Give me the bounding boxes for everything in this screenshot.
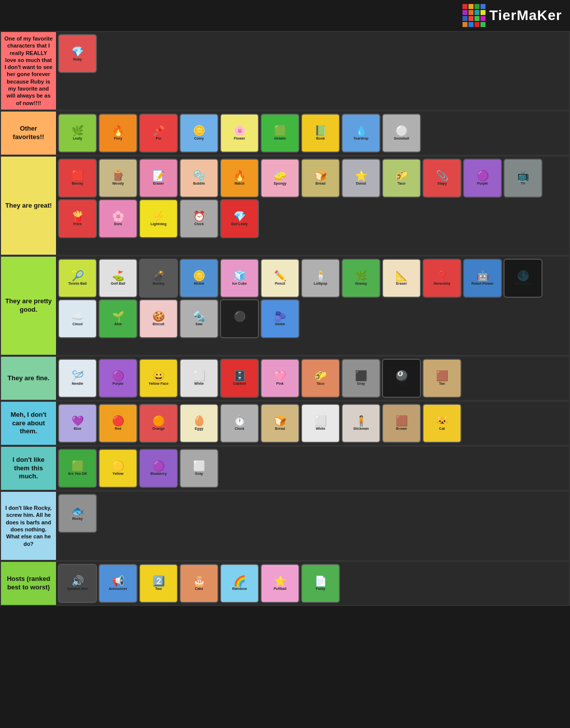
item-black-hole: 🌑Black Hole	[504, 259, 542, 298]
item-white2: ⬜White	[301, 404, 340, 443]
item-bread2: 🍞Bread	[260, 404, 300, 443]
item-bomby: 💣Bomby	[139, 259, 178, 298]
item-grassy: 🌿Grassy	[342, 259, 380, 298]
item-coiny: 🪙Coiny	[180, 114, 218, 153]
item-bread: 🍞Bread	[301, 159, 340, 198]
item-book: 📗Book	[301, 114, 340, 153]
item-aloe: 🌱Aloe	[98, 299, 138, 338]
item-purple2: 🟣Purple	[98, 359, 138, 398]
item-ice-cube: 🧊Ice Cube	[220, 259, 259, 298]
tier-items-a: 🌿Leafy 🔥Firey 📌Pin 🪙Coiny 🌸Flower 🟩Gelat…	[56, 112, 569, 155]
tier-label-a: Other favorites!!	[1, 112, 56, 155]
item-teardrop: 💧Teardrop	[342, 114, 380, 153]
item-ruby: 💎 Ruby	[58, 34, 97, 73]
item-puffball: ⭐Puffball	[260, 564, 300, 603]
item-blueberry2: 🟣Blueberry	[139, 449, 178, 488]
item-cake-host: 🎂Cake	[180, 564, 218, 603]
tier-items-s: 💎 Ruby	[56, 32, 569, 110]
tier-row-c: They are pretty good. 🎾Tennis Ball ⛳Golf…	[0, 256, 570, 356]
item-nickel: 🪙Nickel	[180, 259, 218, 298]
tier-label-d: They are fine.	[1, 357, 56, 400]
header: TiERMaKER	[0, 0, 570, 31]
tier-items-hosts: 🔊Speaker Box 📢Announcer 2️⃣Two 🎂Cake 🌈Ra…	[56, 562, 569, 605]
item-lightning: ⚡Lightning	[139, 199, 178, 238]
tier-row-g: I don't like Rocky, screw him. All he do…	[0, 491, 570, 561]
item-clock: ⏰Clock	[180, 199, 218, 238]
page-wrapper: TiERMaKER One of my favorite characters …	[0, 0, 570, 606]
tier-row-b: They are great! 🟥Blocky 🪵Woody 📝Eraser 🫧…	[0, 156, 570, 256]
item-ruby2: 💎Evil Leafy	[220, 199, 259, 238]
item-dora: 🌸Dora	[98, 199, 138, 238]
item-brown: 🟫Brown	[382, 404, 421, 443]
item-stickman2: 🧍Stickman	[342, 404, 380, 443]
tier-label-b: They are great!	[1, 157, 56, 255]
item-snowball: ⚪Snowball	[382, 114, 421, 153]
item-pink-char: 🩷Pink	[260, 359, 300, 398]
item-yellow-face: 😀Yellow Face	[139, 359, 178, 398]
item-purple-char: 🟣Purple	[463, 159, 502, 198]
tier-row-hosts: Hosts (ranked best to worst) 🔊Speaker Bo…	[0, 561, 570, 606]
item-bubble: 🫧Bubble	[180, 159, 218, 198]
tier-items-f: 🟩Are You OK 🟡Yellow 🟣Blueberry ⬜Gray	[56, 447, 569, 490]
tier-row-s: One of my favorite characters that I rea…	[0, 31, 570, 111]
item-rocky: 🐟Rocky	[58, 494, 97, 533]
item-areyouokay: 🟩Are You OK	[58, 449, 97, 488]
tier-label-hosts: Hosts (ranked best to worst)	[1, 562, 56, 605]
logo-text: TiERMaKER	[490, 8, 562, 24]
item-tv: 📺TV	[504, 159, 542, 198]
item-blackball: ⚫Black Ball	[220, 299, 259, 338]
item-nonexisty: ❓Nonexisty	[422, 259, 462, 298]
item-robot-flower: 🤖Robot Flower	[463, 259, 502, 298]
item-taco2: 🌮Taco	[301, 359, 340, 398]
tier-label-f: I don't like them this much.	[1, 447, 56, 490]
item-eraser2: 📐Eraser	[382, 259, 421, 298]
item-white-char: ⬜White	[180, 359, 218, 398]
item-biscuit: 🍪Biscuit	[139, 299, 178, 338]
tiermaker-logo: TiERMaKER	[462, 4, 562, 27]
item-8ball: 🎱8 Ball	[382, 359, 421, 398]
item-flower: 🌸Flower	[220, 114, 259, 153]
tier-label-s: One of my favorite characters that I rea…	[1, 32, 56, 110]
tier-items-d: 🪡Needle 🟣Purple 😀Yellow Face ⬜White 🗄️Ca…	[56, 357, 569, 400]
item-match: 🔥Match	[220, 159, 259, 198]
item-needle: 🪡Needle	[58, 359, 97, 398]
item-eraser: 📝Eraser	[139, 159, 178, 198]
item-two: 2️⃣Two	[139, 564, 178, 603]
item-announcer-host: 📢Announcer	[98, 564, 138, 603]
tier-label-g: I don't like Rocky, screw him. All he do…	[1, 492, 56, 560]
item-donut: ⭐Donut	[342, 159, 380, 198]
tier-row-e: Meh, I don't care about them. 💜Blue 🔴Red…	[0, 401, 570, 446]
item-tennis-ball: 🎾Tennis Ball	[58, 259, 97, 298]
logo-grid-icon	[462, 4, 486, 27]
item-rainbow: 🌈Rainbow	[220, 564, 259, 603]
tier-items-c: 🎾Tennis Ball ⛳Golf Ball 💣Bomby 🪙Nickel 🧊…	[56, 257, 569, 355]
item-orange2: 🟠Orange	[139, 404, 178, 443]
tier-label-c: They are pretty good.	[1, 257, 56, 355]
item-fries: 🍟Fries	[58, 199, 97, 238]
item-taco: 🌮Taco	[382, 159, 421, 198]
item-pencil: ✏️Pencil	[260, 259, 300, 298]
item-blue2: 💜Blue	[58, 404, 97, 443]
tier-items-e: 💜Blue 🔴Red 🟠Orange 🥚Eggy ⏱️Clock 🍞Bread	[56, 402, 569, 445]
item-cat: 🐱Cat	[422, 404, 462, 443]
tier-list: One of my favorite characters that I rea…	[0, 31, 570, 606]
item-gray2: ⬛Gray	[342, 359, 380, 398]
tier-items-b: 🟥Blocky 🪵Woody 📝Eraser 🫧Bubble 🔥Match	[56, 157, 569, 255]
item-foldy: 📄Foldy	[301, 564, 340, 603]
item-golf-ball: ⛳Golf Ball	[98, 259, 138, 298]
item-blocky: 🟥Blocky	[58, 159, 97, 198]
item-cabinet: 🗄️Cabinet	[220, 359, 259, 398]
item-stickman: 🕯️Lollipop	[301, 259, 340, 298]
item-stapy: 📎Stapy	[422, 159, 462, 198]
tier-row-a: Other favorites!! 🌿Leafy 🔥Firey 📌Pin 🪙Co…	[0, 111, 570, 156]
item-gelatin: 🟩Gelatin	[260, 114, 300, 153]
item-spongy: 🧽Spongy	[260, 159, 300, 198]
item-firey: 🔥Firey	[98, 114, 138, 153]
tier-row-d: They are fine. 🪡Needle 🟣Purple 😀Yellow F…	[0, 356, 570, 401]
item-blueberry: 🫐Globe	[260, 299, 300, 338]
item-woody: 🪵Woody	[98, 159, 138, 198]
item-yellow2: 🟡Yellow	[98, 449, 138, 488]
tier-items-g: 🐟Rocky	[56, 492, 569, 560]
item-eggy: 🥚Eggy	[180, 404, 218, 443]
tier-row-f: I don't like them this much. 🟩Are You OK…	[0, 446, 570, 491]
